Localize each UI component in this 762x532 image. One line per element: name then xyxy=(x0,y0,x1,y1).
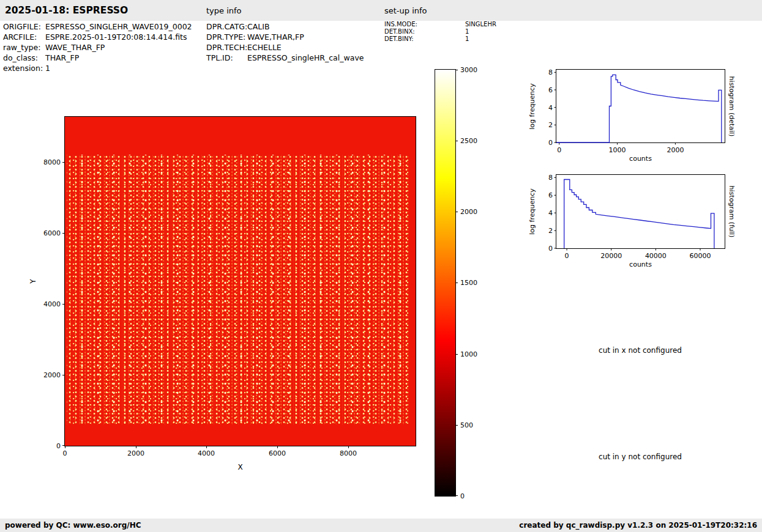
y-tick-label: 8 xyxy=(548,174,553,182)
type-info-heading: type info xyxy=(206,6,242,15)
x-tick-label: 2000 xyxy=(127,449,144,457)
histogram-detail: 01000200002468countslog frequencyhistogr… xyxy=(556,69,725,143)
y-tick-label: 0 xyxy=(548,245,553,253)
y-tick-label: 2 xyxy=(548,121,553,129)
histogram-title: histogram (full) xyxy=(728,186,736,238)
x-tick-label: 0 xyxy=(565,252,569,260)
raw-detector-image: Y X 0 2000 4000 6000 8000 8000 6000 4000… xyxy=(64,116,416,446)
colorbar-tick-label: 2000 xyxy=(460,208,477,216)
raw-type-value: WAVE_THAR_FP xyxy=(45,43,105,52)
colorbar-tick-label: 3000 xyxy=(460,66,477,74)
origfile-value: ESPRESSO_SINGLEHR_WAVE019_0002 xyxy=(45,22,192,31)
raw-type-row: raw_type:WAVE_THAR_FP xyxy=(3,43,105,52)
det-binx-value: 1 xyxy=(465,28,469,35)
histogram-line xyxy=(556,75,722,142)
y-tick-label: 0 xyxy=(548,139,553,147)
det-binx-row: DET.BINX:1 xyxy=(384,28,469,35)
x-tick-label: 2000 xyxy=(667,146,684,154)
dpr-catg-value: CALIB xyxy=(247,22,270,31)
main-x-axis-label: X xyxy=(237,463,242,471)
det-biny-label: DET.BINY: xyxy=(384,35,465,42)
x-tick-label: 0 xyxy=(63,449,67,457)
do-class-row: do_class:THAR_FP xyxy=(3,53,79,62)
tick-mark xyxy=(65,446,65,448)
colorbar-tick-label: 1500 xyxy=(460,279,477,287)
tick-mark xyxy=(62,162,65,163)
raw-type-label: raw_type: xyxy=(3,43,45,52)
x-tick-label: 20000 xyxy=(600,252,622,260)
do-class-label: do_class: xyxy=(3,53,45,62)
colorbar-tick-label: 2500 xyxy=(460,137,477,145)
arcfile-value: ESPRE.2025-01-19T20:08:14.414.fits xyxy=(45,32,187,42)
y-tick-label: 6 xyxy=(548,86,553,94)
tick-mark xyxy=(455,354,458,355)
emission-line-speckles xyxy=(67,155,408,425)
det-biny-value: 1 xyxy=(465,35,469,42)
x-tick-label: 8000 xyxy=(340,449,357,457)
tick-mark xyxy=(206,446,207,448)
x-tick-label: 0 xyxy=(557,146,561,154)
main-y-axis-label: Y xyxy=(29,279,37,283)
y-tick-label: 4 xyxy=(548,103,553,111)
footer-created-by: created by qc_rawdisp.py v1.2.3 on 2025-… xyxy=(519,521,757,530)
colorbar-tick-label: 500 xyxy=(460,421,473,429)
footer-bar: powered by QC: www.eso.org/HC created by… xyxy=(0,519,762,532)
histogram-line-svg xyxy=(556,70,725,142)
x-axis-label: counts xyxy=(629,155,652,163)
dpr-tech-label: DPR.TECH: xyxy=(206,43,247,52)
x-tick-label: 1000 xyxy=(609,146,626,154)
tick-mark xyxy=(62,375,65,375)
dpr-type-label: DPR.TYPE: xyxy=(206,32,247,42)
dpr-type-value: WAVE,THAR,FP xyxy=(247,32,304,42)
setup-info-heading: set-up info xyxy=(384,6,427,15)
x-tick-label: 40000 xyxy=(645,252,667,260)
histogram-line xyxy=(564,180,714,249)
x-axis-label: counts xyxy=(629,260,652,268)
histogram-full: 020000400006000002468countslog frequency… xyxy=(556,174,725,249)
x-tick-label: 6000 xyxy=(269,449,286,457)
arcfile-label: ARCFILE: xyxy=(3,32,45,42)
y-tick-label: 0 xyxy=(56,442,61,450)
y-tick-label: 4 xyxy=(548,209,553,217)
ins-mode-label: INS.MODE: xyxy=(384,21,465,28)
y-tick-label: 6 xyxy=(548,191,553,199)
tick-mark xyxy=(277,446,278,448)
tick-mark xyxy=(348,446,349,448)
y-tick-label: 2 xyxy=(548,227,553,235)
tpl-id-label: TPL.ID: xyxy=(206,53,247,62)
tpl-id-row: TPL.ID:ESPRESSO_singleHR_cal_wave xyxy=(206,53,364,62)
tick-mark xyxy=(455,425,458,426)
footer-powered-by: powered by QC: www.eso.org/HC xyxy=(5,521,141,530)
cut-y-message: cut in y not configured xyxy=(556,453,725,461)
x-tick-label: 60000 xyxy=(690,252,711,260)
origfile-row: ORIGFILE:ESPRESSO_SINGLEHR_WAVE019_0002 xyxy=(3,22,192,31)
extension-label: extension: xyxy=(3,64,45,73)
tick-mark xyxy=(455,70,458,70)
arcfile-row: ARCFILE:ESPRE.2025-01-19T20:08:14.414.fi… xyxy=(3,32,187,42)
dpr-tech-value: ECHELLE xyxy=(247,43,282,52)
det-binx-label: DET.BINX: xyxy=(384,28,465,35)
dpr-catg-row: DPR.CATG:CALIB xyxy=(206,22,270,31)
origfile-label: ORIGFILE: xyxy=(3,22,45,31)
dpr-catg-label: DPR.CATG: xyxy=(206,22,247,31)
x-tick-label: 4000 xyxy=(198,449,215,457)
colorbar-tick-label: 1000 xyxy=(460,350,477,358)
ins-mode-row: INS.MODE:SINGLEHR xyxy=(384,21,496,28)
dpr-tech-row: DPR.TECH:ECHELLE xyxy=(206,43,282,52)
ins-mode-value: SINGLEHR xyxy=(465,21,496,28)
extension-value: 1 xyxy=(45,64,50,73)
colorbar-tick-label: 0 xyxy=(460,492,465,500)
tpl-id-value: ESPRESSO_singleHR_cal_wave xyxy=(247,53,364,62)
y-tick-label: 8000 xyxy=(43,158,61,166)
tick-mark xyxy=(455,283,458,283)
cut-x-message: cut in x not configured xyxy=(556,346,725,355)
header-bar: 2025-01-18: ESPRESSO type info set-up in… xyxy=(0,0,762,21)
histogram-line-svg xyxy=(556,175,725,248)
tick-mark xyxy=(62,304,65,305)
tick-mark xyxy=(455,141,458,141)
tick-mark xyxy=(136,446,136,448)
y-tick-label: 2000 xyxy=(43,371,61,379)
colorbar: 3000 2500 2000 1500 1000 500 0 xyxy=(435,69,456,497)
tick-mark xyxy=(62,233,65,234)
tick-mark xyxy=(62,445,65,446)
